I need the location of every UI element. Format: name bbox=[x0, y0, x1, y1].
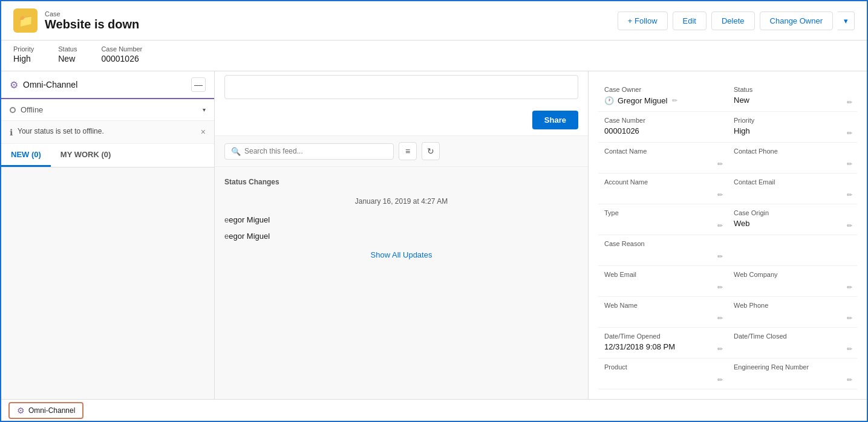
product-value bbox=[604, 373, 722, 383]
web-email-edit-icon[interactable]: ✏ bbox=[717, 284, 723, 291]
input-area bbox=[215, 71, 588, 105]
contact-name-value bbox=[604, 157, 722, 167]
case-number-label: Case Number bbox=[101, 45, 142, 53]
search-icon: 🔍 bbox=[231, 147, 241, 156]
status-value: New bbox=[58, 54, 77, 63]
offline-notice-text: Your status is set to offline. bbox=[18, 127, 196, 135]
status-row-left: Offline bbox=[10, 105, 43, 114]
omni-header-left: ⚙ Omni-Channel bbox=[10, 79, 77, 91]
web-phone-edit-icon[interactable]: ✏ bbox=[847, 314, 852, 322]
eng-req-edit-icon[interactable]: ✏ bbox=[847, 376, 852, 384]
field-account-name: Account Name ✏ bbox=[598, 174, 728, 204]
contact-email-label: Contact Email bbox=[734, 178, 851, 186]
group-label: S bbox=[224, 178, 229, 186]
tab-content bbox=[1, 167, 214, 399]
product-edit-icon[interactable]: ✏ bbox=[717, 376, 723, 384]
field-contact-phone: Contact Phone ✏ bbox=[728, 143, 857, 174]
case-origin-edit-icon[interactable]: ✏ bbox=[847, 222, 852, 230]
contact-email-edit-icon[interactable]: ✏ bbox=[847, 191, 852, 199]
priority-field-label: Priority bbox=[734, 117, 851, 124]
case-title-block: Case Website is down bbox=[45, 10, 139, 31]
date-opened-edit-icon[interactable]: ✏ bbox=[717, 345, 723, 353]
date-closed-edit-icon[interactable]: ✏ bbox=[847, 345, 852, 353]
field-product: Product ✏ bbox=[598, 359, 728, 389]
priority-edit-icon[interactable]: ✏ bbox=[847, 129, 852, 137]
status-row[interactable]: Offline ▾ bbox=[1, 99, 214, 121]
web-name-label: Web Name bbox=[604, 302, 722, 309]
status-field-value: New bbox=[734, 96, 851, 105]
type-label: Type bbox=[604, 209, 722, 216]
case-reason-value bbox=[604, 250, 722, 259]
omni-minimize-button[interactable]: — bbox=[191, 77, 206, 92]
contact-phone-edit-icon[interactable]: ✏ bbox=[847, 160, 852, 168]
priority-meta: Priority High bbox=[13, 45, 34, 63]
priority-field-value: High bbox=[734, 126, 851, 136]
feed-input[interactable] bbox=[224, 75, 578, 99]
field-case-owner: Case Owner 🕐 Gregor Miguel ✏ bbox=[598, 81, 728, 112]
feed-entry-2: eegor Miguel bbox=[215, 228, 588, 244]
contact-name-label: Contact Name bbox=[604, 148, 722, 155]
offline-label: Offline bbox=[21, 105, 43, 114]
case-owner-link[interactable]: Gregor Miguel bbox=[618, 96, 667, 105]
omni-bottom-label: Omni-Channel bbox=[28, 406, 75, 415]
status-circle-icon bbox=[10, 107, 16, 113]
status-edit-icon[interactable]: ✏ bbox=[847, 99, 852, 106]
show-all-updates-link[interactable]: Show All Updates bbox=[215, 244, 588, 265]
web-email-value bbox=[604, 281, 722, 290]
share-button[interactable]: Share bbox=[532, 111, 578, 129]
case-number-meta: Case Number 00001026 bbox=[101, 45, 142, 63]
field-priority: Priority High ✏ bbox=[728, 112, 857, 143]
feed-timestamp: January 16, 2019 at 4:27 AM bbox=[215, 191, 588, 212]
header-actions: + Follow Edit Delete Change Owner ▾ bbox=[618, 11, 855, 30]
case-number-value: 00001026 bbox=[101, 54, 142, 63]
meta-bar: Priority High Status New Case Number 000… bbox=[1, 41, 867, 71]
field-web-company: Web Company ✏ bbox=[728, 266, 857, 297]
main-content: ⚙ Omni-Channel — Offline ▾ ℹ Your status… bbox=[1, 71, 867, 399]
web-company-value bbox=[734, 281, 851, 290]
case-icon: 📁 bbox=[13, 8, 38, 33]
edit-button[interactable]: Edit bbox=[673, 11, 706, 30]
feed-toolbar: 🔍 ≡ ↻ bbox=[215, 136, 588, 167]
field-web-name: Web Name ✏ bbox=[598, 297, 728, 328]
tabs-row: NEW (0) MY WORK (0) bbox=[1, 144, 214, 167]
omni-bottom-button[interactable]: ⚙ Omni-Channel bbox=[8, 402, 83, 419]
field-spacer bbox=[728, 235, 857, 266]
case-number-field-label: Case Number bbox=[604, 117, 722, 124]
type-edit-icon[interactable]: ✏ bbox=[717, 222, 723, 230]
contact-name-edit-icon[interactable]: ✏ bbox=[717, 160, 723, 168]
feed-search-container: 🔍 bbox=[224, 143, 394, 160]
web-company-edit-icon[interactable]: ✏ bbox=[847, 284, 852, 291]
page-header: 📁 Case Website is down + Follow Edit Del… bbox=[1, 1, 867, 41]
account-name-edit-icon[interactable]: ✏ bbox=[717, 191, 723, 199]
date-closed-label: Date/Time Closed bbox=[734, 333, 851, 340]
delete-button[interactable]: Delete bbox=[711, 11, 755, 30]
notice-close-button[interactable]: × bbox=[201, 127, 206, 137]
header-left: 📁 Case Website is down bbox=[13, 8, 139, 33]
date-closed-value bbox=[734, 342, 851, 352]
change-owner-button[interactable]: Change Owner bbox=[760, 11, 833, 30]
web-name-edit-icon[interactable]: ✏ bbox=[717, 314, 723, 322]
eng-req-label: Engineering Req Number bbox=[734, 363, 851, 371]
case-label: Case bbox=[45, 10, 139, 18]
group-label-rest: tatus Changes bbox=[229, 178, 279, 186]
web-email-label: Web Email bbox=[604, 271, 722, 278]
detail-section: Case Owner 🕐 Gregor Miguel ✏ Status New … bbox=[598, 81, 857, 389]
tab-my-work[interactable]: MY WORK (0) bbox=[51, 144, 121, 167]
omni-bottom-icon: ⚙ bbox=[17, 406, 25, 415]
more-actions-button[interactable]: ▾ bbox=[838, 11, 855, 30]
info-icon: ℹ bbox=[10, 128, 13, 137]
web-phone-label: Web Phone bbox=[734, 302, 851, 309]
case-reason-edit-icon[interactable]: ✏ bbox=[717, 253, 723, 261]
feed-search-input[interactable] bbox=[244, 147, 387, 155]
priority-label: Priority bbox=[13, 45, 34, 53]
filter-icon[interactable]: ≡ bbox=[399, 142, 417, 160]
case-number-field-value: 00001026 bbox=[604, 126, 722, 136]
tab-new[interactable]: NEW (0) bbox=[1, 144, 51, 167]
status-field-label: Status bbox=[734, 86, 851, 93]
follow-button[interactable]: + Follow bbox=[618, 11, 668, 30]
eng-req-value bbox=[734, 373, 851, 383]
refresh-icon[interactable]: ↻ bbox=[422, 142, 440, 160]
web-name-value bbox=[604, 311, 722, 321]
status-dropdown-arrow-icon[interactable]: ▾ bbox=[203, 106, 206, 113]
status-label: Status bbox=[58, 45, 77, 53]
